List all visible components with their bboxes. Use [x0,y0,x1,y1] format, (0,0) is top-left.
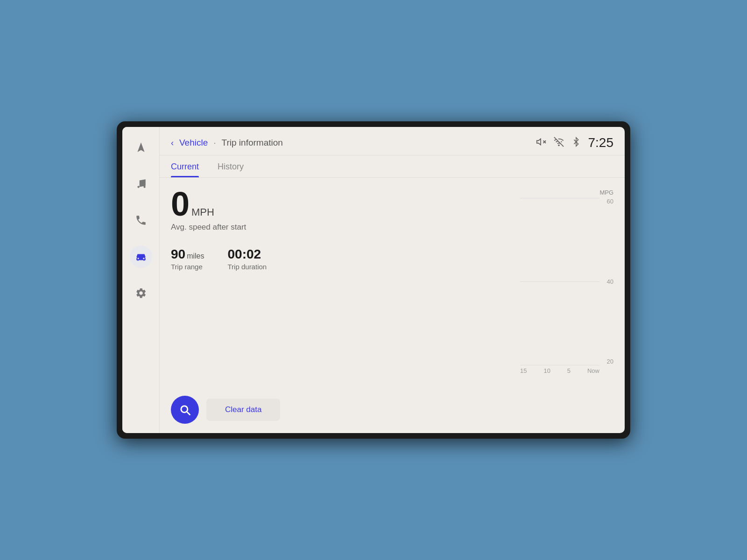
grid-line-top [520,198,599,198]
speed-label: Avg. speed after start [171,223,520,232]
grid-line-mid [520,281,599,282]
tab-current[interactable]: Current [171,155,199,177]
svg-marker-1 [536,139,540,145]
mute-icon [536,137,546,149]
grid-line-bottom [520,365,599,365]
time-display: 7:25 [588,135,614,150]
clear-data-button[interactable]: Clear data [206,399,280,421]
x-tick-now: Now [587,367,599,374]
trip-data: 0MPH Avg. speed after start 90miles Trip… [171,187,520,379]
breadcrumb-separator: · [213,138,216,148]
y-tick-60: 60 [607,198,613,205]
x-tick-5: 5 [567,367,571,374]
y-axis: 60 40 20 [607,198,613,365]
content-area: 0MPH Avg. speed after start 90miles Trip… [160,178,625,388]
trip-duration-value: 00:02 [228,247,267,262]
trip-range-label: Trip range [171,263,204,271]
screen-outer: ‹ Vehicle · Trip information [117,121,630,439]
no-wifi-icon [554,137,564,149]
x-tick-10: 10 [543,367,550,374]
mpg-label: MPG [599,189,613,196]
trip-duration-stat: 00:02 Trip duration [228,247,267,271]
stats-row: 90miles Trip range 00:02 Trip duration [171,247,520,271]
tabs-container: Current History [160,155,625,178]
svg-point-5 [558,145,559,146]
back-button[interactable]: ‹ [171,138,174,148]
svg-marker-0 [137,142,144,152]
breadcrumb-page: Trip information [222,138,283,148]
speed-display: 0MPH [171,187,520,221]
trip-duration-label: Trip duration [228,263,267,271]
tab-history[interactable]: History [218,155,244,177]
y-tick-20: 20 [607,358,613,365]
bluetooth-icon [571,137,581,149]
x-axis: 15 10 5 Now [520,367,599,374]
sidebar-item-vehicle[interactable] [130,245,152,268]
main-content: ‹ Vehicle · Trip information [160,127,625,433]
sidebar [122,127,160,433]
breadcrumb-vehicle[interactable]: Vehicle [179,138,208,148]
sidebar-item-settings[interactable] [130,282,152,304]
speed-section: 0MPH Avg. speed after start [171,187,520,232]
search-icon [178,403,191,416]
sidebar-item-navigation[interactable] [130,136,152,159]
chart-container: 60 40 20 15 10 5 Now [520,198,613,379]
chart-area: MPG 60 40 20 [520,187,613,379]
header-left: ‹ Vehicle · Trip information [171,138,283,148]
header: ‹ Vehicle · Trip information [160,127,625,155]
screen-inner: ‹ Vehicle · Trip information [122,127,625,433]
search-button[interactable] [171,396,199,424]
trip-range-stat: 90miles Trip range [171,247,204,271]
speed-unit: MPH [191,206,214,218]
trip-range-value: 90miles [171,247,204,262]
speed-value: 0 [171,185,190,223]
header-right: 7:25 [536,135,614,150]
chart-grid [520,198,599,365]
sidebar-item-music[interactable] [130,173,152,195]
y-tick-40: 40 [607,278,613,285]
bottom-actions: Clear data [160,388,625,433]
sidebar-item-phone[interactable] [130,209,152,231]
trip-range-unit: miles [187,252,204,260]
x-tick-15: 15 [520,367,527,374]
